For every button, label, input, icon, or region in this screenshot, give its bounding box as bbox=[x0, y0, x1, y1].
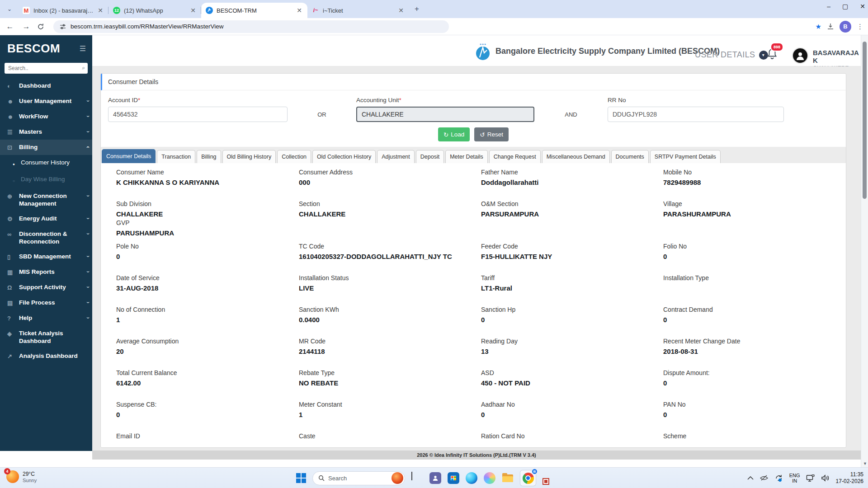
new-tab-button[interactable]: + bbox=[411, 3, 423, 15]
tab-label: Transaction bbox=[161, 154, 191, 160]
tab[interactable]: Miscellaneous Demand bbox=[542, 150, 610, 163]
tab[interactable]: Deposit bbox=[416, 150, 444, 163]
search-input[interactable] bbox=[5, 63, 88, 74]
tab[interactable]: Old Collection History bbox=[312, 150, 376, 163]
hamburger-icon[interactable]: ☰ bbox=[80, 44, 86, 53]
tab-search-button[interactable]: ⌄ bbox=[4, 3, 15, 15]
scrollbar[interactable]: ▼ bbox=[861, 35, 868, 467]
sidebar-item[interactable]: Ω Support Activity › bbox=[0, 280, 92, 295]
back-icon[interactable]: ← bbox=[5, 22, 15, 31]
detail-field: No of Connection 1 bbox=[116, 306, 299, 338]
tab[interactable]: Transaction bbox=[157, 150, 195, 163]
sidebar-item[interactable]: ☻ User Management › bbox=[0, 94, 92, 109]
sidebar-item[interactable]: ⊡ Billing › bbox=[0, 140, 92, 155]
close-icon[interactable]: ✕ bbox=[97, 7, 104, 14]
tab[interactable]: Billing bbox=[197, 150, 221, 163]
user-details-menu[interactable]: USER DETAILS ▾ bbox=[695, 50, 768, 60]
close-window-button[interactable]: ✕ bbox=[860, 3, 865, 10]
sidebar-item[interactable]: ○ Day Wise Billing › bbox=[0, 172, 92, 188]
field-label: Village bbox=[663, 200, 830, 207]
teams-icon[interactable] bbox=[429, 472, 441, 484]
phone-link-icon[interactable] bbox=[411, 472, 423, 484]
copilot-icon[interactable] bbox=[484, 472, 495, 484]
maximize-button[interactable]: ▢ bbox=[842, 3, 848, 10]
chrome-taskbar-icon[interactable]: B bbox=[520, 470, 536, 486]
field-label: MR Code bbox=[299, 338, 481, 345]
sidebar: BESCOM ☰ ⌕ ◐ Dashboard › ☻ User Mana bbox=[0, 35, 92, 451]
microsoft-store-icon[interactable] bbox=[448, 472, 459, 484]
sidebar-item[interactable]: ∞ Disconnection & Reconnection › bbox=[0, 226, 92, 249]
field-value: 13 bbox=[481, 347, 663, 356]
detail-field: ASD 450 - NOT PAID bbox=[481, 369, 663, 401]
download-icon[interactable] bbox=[827, 23, 834, 30]
sidebar-item[interactable]: ● Consumer History › bbox=[0, 155, 92, 172]
address-bar[interactable]: bescom.trm.ieasybill.com/RRMasterView/RR… bbox=[53, 20, 449, 33]
language-indicator[interactable]: ENG IN bbox=[789, 473, 800, 483]
scroll-down-arrow[interactable]: ▼ bbox=[863, 461, 867, 466]
edge-icon[interactable] bbox=[466, 472, 477, 484]
tab[interactable]: Change Request bbox=[489, 150, 541, 163]
reload-icon[interactable] bbox=[37, 23, 48, 30]
file-explorer-icon[interactable] bbox=[502, 472, 514, 484]
notifications-bell[interactable]: 898 bbox=[767, 48, 778, 60]
sidebar-item[interactable]: ☰ Masters › bbox=[0, 124, 92, 140]
sidebar-item[interactable]: ◐ Dashboard › bbox=[0, 78, 92, 94]
taskbar: 4 29°C Sunny Search bbox=[0, 467, 868, 488]
field-value bbox=[116, 442, 299, 448]
user-avatar[interactable] bbox=[792, 47, 808, 64]
tab[interactable]: SRTPV Payment Details bbox=[650, 150, 721, 163]
weather-widget[interactable]: 4 29°C Sunny bbox=[6, 470, 37, 483]
browser-tab-iticket[interactable]: i~ i~Ticket ✕ bbox=[307, 3, 409, 18]
tab[interactable]: Adjustment bbox=[377, 150, 415, 163]
detail-field: Caste bbox=[299, 432, 481, 448]
window-controls: – ▢ ✕ bbox=[827, 3, 865, 10]
bookmark-star-icon[interactable]: ★ bbox=[816, 23, 821, 31]
menu-item-icon: ⊡ bbox=[7, 143, 19, 151]
browser-profile-avatar[interactable]: B bbox=[840, 21, 851, 33]
sidebar-item[interactable]: ▯ SBD Management › bbox=[0, 249, 92, 264]
sidebar-item[interactable]: ⊕ New Connection Management › bbox=[0, 188, 92, 211]
network-icon[interactable] bbox=[806, 474, 815, 482]
privacy-eye-off-icon[interactable] bbox=[760, 474, 769, 482]
start-button[interactable] bbox=[296, 473, 306, 483]
account-id-input[interactable] bbox=[108, 107, 288, 122]
close-icon[interactable]: ✕ bbox=[189, 7, 197, 14]
browser-tab-gmail[interactable]: M Inbox (2) - basavarajbsamudra ✕ bbox=[18, 3, 108, 18]
sidebar-item[interactable]: ⚙ Energy Audit › bbox=[0, 211, 92, 226]
url-text[interactable]: bescom.trm.ieasybill.com/RRMasterView/RR… bbox=[71, 23, 224, 30]
load-button[interactable]: ↻ Load bbox=[438, 127, 470, 141]
sidebar-item[interactable]: ▥ MIS Reports › bbox=[0, 264, 92, 280]
sidebar-item[interactable]: ◈ Ticket Analysis Dashboard › bbox=[0, 326, 92, 348]
detail-field: Folio No 0 bbox=[663, 243, 830, 274]
tab[interactable]: Collection bbox=[277, 150, 311, 163]
browser-tab-bescom[interactable]: BESCOM-TRM ✕ bbox=[201, 3, 307, 18]
sidebar-item[interactable]: ☻ WorkFlow › bbox=[0, 109, 92, 124]
tab[interactable]: Meter Details bbox=[445, 150, 488, 163]
search-icon[interactable]: ⌕ bbox=[82, 65, 85, 71]
date: 17-02-2026 bbox=[836, 478, 863, 485]
pinned-app-icon[interactable] bbox=[542, 478, 549, 485]
close-icon[interactable]: ✕ bbox=[397, 7, 405, 14]
tab[interactable]: Consumer Details bbox=[102, 149, 156, 163]
forward-icon[interactable]: → bbox=[21, 22, 32, 31]
rr-no-input[interactable] bbox=[608, 107, 784, 122]
sidebar-item[interactable]: ▤ File Process › bbox=[0, 295, 92, 310]
sync-icon[interactable] bbox=[774, 474, 783, 482]
tray-chevron-up-icon[interactable] bbox=[747, 476, 754, 480]
browser-tab-whatsapp[interactable]: 12 (12) WhatsApp ✕ bbox=[108, 3, 201, 18]
volume-icon[interactable] bbox=[821, 474, 830, 482]
scrollbar-thumb[interactable] bbox=[863, 42, 867, 199]
tab[interactable]: Documents bbox=[611, 150, 649, 163]
taskbar-clock[interactable]: 11:35 17-02-2026 bbox=[836, 471, 863, 485]
sidebar-item[interactable]: ↗ Analysis Dashboard › bbox=[0, 348, 92, 364]
reset-button[interactable]: ↺ Reset bbox=[474, 127, 509, 141]
browser-menu-icon[interactable]: ⋮ bbox=[857, 23, 863, 31]
taskbar-search[interactable]: Search bbox=[312, 471, 405, 485]
sidebar-item[interactable]: ? Help › bbox=[0, 310, 92, 326]
search-highlight-image[interactable] bbox=[392, 472, 403, 484]
tab[interactable]: Old Billing History bbox=[222, 150, 276, 163]
minimize-button[interactable]: – bbox=[827, 3, 830, 10]
accounting-unit-input[interactable] bbox=[356, 107, 534, 122]
tune-icon[interactable] bbox=[60, 23, 66, 30]
close-icon[interactable]: ✕ bbox=[296, 7, 303, 14]
